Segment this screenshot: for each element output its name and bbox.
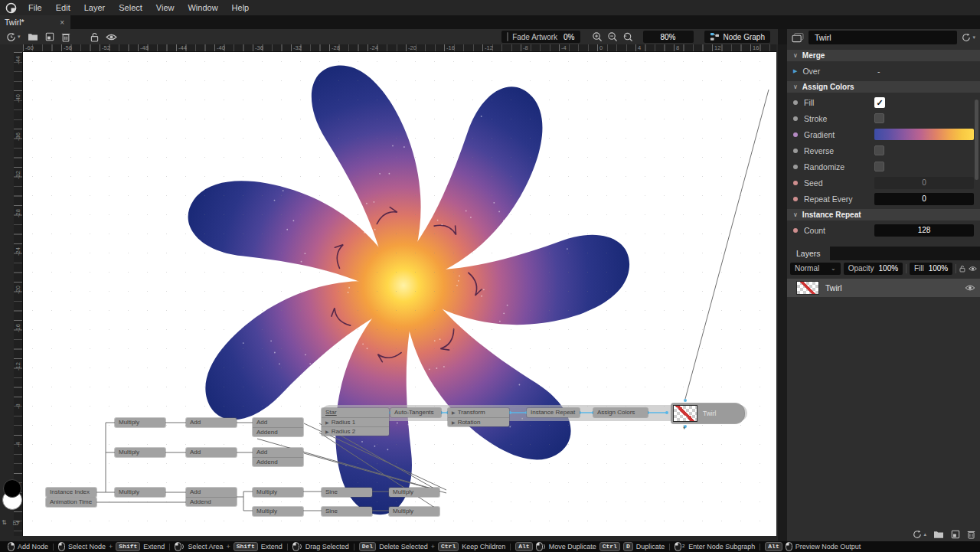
opacity-control[interactable]: Opacity 100%: [844, 263, 903, 275]
node-graph-toggle-button[interactable]: Node Graph: [704, 31, 770, 43]
layer-row-twirl[interactable]: Twirl: [787, 279, 980, 297]
node-instance-index[interactable]: Instance Index: [46, 488, 96, 497]
fade-artwork-control[interactable]: Fade Artwork 0%: [501, 31, 580, 43]
tab-close-icon[interactable]: ×: [58, 18, 66, 27]
node-add[interactable]: AddAddend: [253, 418, 303, 436]
node-instance-repeat[interactable]: Instance Repeat: [527, 408, 580, 417]
section-header-assign-colors[interactable]: ∨Assign Colors: [787, 81, 980, 93]
visibility-all-icon[interactable]: [969, 265, 977, 273]
node-transform[interactable]: ▶Transform▶Rotation: [448, 408, 509, 426]
node-add[interactable]: AddAddend: [253, 448, 303, 466]
parameter-dot-icon[interactable]: [793, 228, 798, 233]
lock-toggle-icon[interactable]: [90, 32, 99, 42]
artwork-canvas[interactable]: [23, 52, 776, 536]
horizontal-ruler: -60-56-52-48-44-40-36-32-28-24-20-16-12-…: [23, 44, 776, 52]
layer-visibility-icon[interactable]: [965, 284, 975, 292]
viewport[interactable]: -60-56-52-48-44-40-36-32-28-24-20-16-12-…: [0, 44, 778, 541]
swap-colors-icon[interactable]: ⇅: [2, 519, 7, 526]
reset-colors-icon[interactable]: ◱: [13, 519, 19, 526]
node-multiply[interactable]: Multiply: [389, 507, 439, 516]
parameter-dot-icon[interactable]: [793, 197, 798, 201]
menu-edit[interactable]: Edit: [49, 0, 77, 15]
node-add[interactable]: AddAddend: [186, 488, 237, 506]
layer-node-twirl[interactable]: Twirl: [671, 403, 744, 423]
primary-color-swatch[interactable]: [3, 479, 21, 498]
menu-help[interactable]: Help: [225, 0, 256, 15]
parameter-dot-icon[interactable]: [793, 100, 798, 105]
node-multiply[interactable]: Multiply: [389, 488, 439, 497]
menu-layer[interactable]: Layer: [77, 0, 113, 15]
menu-window[interactable]: Window: [181, 0, 224, 15]
zoom-out-button[interactable]: [607, 31, 618, 42]
layers-toolbar: Normal ⌄ Opacity 100% Fill 100%: [787, 260, 980, 276]
menu-select[interactable]: Select: [112, 0, 149, 15]
delete-layer-button[interactable]: [967, 530, 975, 539]
node-multiply[interactable]: Multiply: [115, 448, 165, 457]
node-multiply[interactable]: Multiply: [253, 507, 303, 516]
node-star[interactable]: Star▶Radius 1▶Radius 2: [322, 408, 389, 436]
over-value[interactable]: -: [874, 67, 880, 76]
canvas-zoom-value[interactable]: 80%: [643, 31, 694, 43]
stroke-checkbox[interactable]: [874, 113, 884, 123]
chevron-down-icon: ⌄: [831, 265, 836, 272]
document-history-button[interactable]: ▾: [6, 32, 21, 42]
input-arrow-icon: ▶: [325, 427, 329, 436]
menu-file[interactable]: File: [21, 0, 49, 15]
blend-mode-select[interactable]: Normal ⌄: [790, 263, 841, 275]
v-ruler-label: -16: [15, 324, 21, 332]
new-layer-button[interactable]: [951, 530, 960, 539]
lock-all-icon[interactable]: [959, 264, 965, 273]
node-multiply[interactable]: Multiply: [115, 418, 165, 427]
parameter-dot-icon[interactable]: [793, 149, 798, 153]
working-colors[interactable]: [2, 479, 24, 514]
count-input[interactable]: 128: [874, 224, 974, 237]
seed-input[interactable]: 0: [874, 177, 974, 189]
layer-icon: [792, 33, 804, 43]
drag-handle[interactable]: [507, 32, 508, 41]
document-tab[interactable]: Twirl* ×: [0, 15, 70, 29]
status-hint: Select Node+ShiftExtend: [54, 542, 169, 551]
fill-checkbox[interactable]: ✓: [874, 97, 885, 108]
section-header-merge[interactable]: ∨Merge: [787, 50, 980, 61]
hint-text: Keep Children: [462, 543, 505, 550]
gradient-picker[interactable]: [874, 129, 974, 140]
h-ruler-label: -60: [25, 44, 34, 51]
node-assign-colors[interactable]: Assign Colors: [593, 408, 648, 417]
node-name-input[interactable]: Twirl: [808, 31, 957, 44]
h-ruler-label: -48: [140, 44, 149, 51]
zoom-in-button[interactable]: [592, 31, 603, 42]
repeat-every-input[interactable]: 0: [874, 193, 974, 205]
parameter-dot-icon[interactable]: [793, 132, 798, 137]
parameter-dot-icon[interactable]: [793, 165, 798, 169]
canvas-scrollbar-gutter[interactable]: [778, 44, 787, 541]
app-logo-icon[interactable]: [5, 2, 17, 14]
visibility-toggle-icon[interactable]: [106, 33, 117, 41]
layers-history-button[interactable]: ▴: [913, 530, 926, 539]
key-chip-d: D: [623, 542, 633, 551]
reverse-checkbox[interactable]: [874, 145, 884, 155]
parameter-dot-icon[interactable]: [793, 116, 798, 121]
menu-view[interactable]: View: [149, 0, 181, 15]
node-label: Add: [190, 488, 201, 497]
randomize-checkbox[interactable]: [874, 162, 884, 171]
node-multiply[interactable]: Multiply: [253, 488, 303, 497]
section-header-instance-repeat[interactable]: ∨Instance Repeat: [787, 209, 980, 220]
node-multiply[interactable]: Multiply: [115, 488, 165, 497]
fill-control[interactable]: Fill 100%: [910, 263, 952, 275]
node-auto-tangents[interactable]: Auto-Tangents: [390, 408, 441, 417]
node-add[interactable]: Add: [186, 448, 237, 457]
zoom-reset-button[interactable]: [622, 31, 633, 42]
node-sine[interactable]: Sine: [322, 488, 372, 497]
node-add[interactable]: Add: [186, 418, 237, 427]
new-folder-button[interactable]: [933, 530, 944, 539]
delete-button[interactable]: [61, 32, 70, 42]
open-folder-button[interactable]: [28, 32, 38, 41]
properties-history-button[interactable]: ▾: [962, 33, 975, 42]
node-animation-time[interactable]: Animation Time: [46, 498, 96, 507]
parameter-dot-icon[interactable]: [793, 181, 798, 185]
tab-layers[interactable]: Layers: [787, 247, 830, 260]
new-layer-button[interactable]: [45, 32, 54, 41]
expand-arrow-icon[interactable]: ▶: [793, 68, 797, 74]
properties-scrollbar[interactable]: [975, 100, 978, 180]
node-sine[interactable]: Sine: [322, 507, 372, 516]
